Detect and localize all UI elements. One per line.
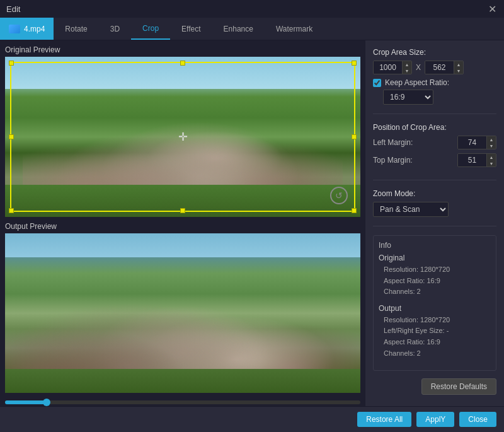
restore-defaults-button[interactable]: Restore Defaults bbox=[421, 378, 496, 395]
tab-bar: 4.mp4 Rotate 3D Crop Effect Enhance Wate… bbox=[0, 18, 504, 40]
crop-area-size-section: Crop Area Size: ▲ ▼ X ▲ ▼ bbox=[373, 48, 496, 105]
crop-height-up[interactable]: ▲ bbox=[454, 61, 463, 67]
file-tab[interactable]: 4.mp4 bbox=[0, 18, 54, 40]
file-tab-label: 4.mp4 bbox=[24, 25, 45, 33]
progress-bar[interactable] bbox=[5, 400, 360, 404]
progress-thumb bbox=[43, 399, 50, 406]
aspect-ratio-select[interactable]: 16:9 4:3 1:1 9:16 Custom bbox=[383, 90, 433, 105]
position-section: Position of Crop Area: Left Margin: ▲ ▼ … bbox=[373, 123, 496, 171]
top-margin-spinner[interactable]: ▲ ▼ bbox=[457, 153, 496, 167]
tab-enhance[interactable]: Enhance bbox=[212, 18, 265, 40]
divider-3 bbox=[373, 226, 496, 226]
info-original-group: Original Resolution: 1280*720 Aspect Rat… bbox=[379, 254, 491, 298]
position-label: Position of Crop Area: bbox=[373, 123, 496, 132]
left-margin-up[interactable]: ▲ bbox=[487, 136, 496, 143]
title-bar-title: Edit bbox=[6, 4, 20, 14]
left-margin-down[interactable]: ▼ bbox=[487, 143, 496, 149]
x-separator: X bbox=[416, 63, 421, 72]
info-output-resolution: Resolution: 1280*720 bbox=[379, 315, 491, 326]
crop-area-size-label: Crop Area Size: bbox=[373, 48, 496, 57]
info-original-aspect: Aspect Ratio: 16:9 bbox=[379, 276, 491, 287]
info-title: Info bbox=[379, 241, 491, 250]
restore-defaults-area: Restore Defaults bbox=[373, 378, 496, 395]
bottom-action-bar: Restore All ApplY Close bbox=[0, 406, 504, 432]
info-original-title: Original bbox=[379, 254, 491, 262]
info-output-title: Output bbox=[379, 304, 491, 313]
crop-width-input[interactable] bbox=[374, 61, 402, 74]
apply-button[interactable]: ApplY bbox=[416, 412, 454, 427]
output-preview-section: Output Preview bbox=[5, 222, 360, 394]
info-original-channels: Channels: 2 bbox=[379, 286, 491, 298]
tab-crop[interactable]: Crop bbox=[131, 18, 170, 40]
top-margin-up[interactable]: ▲ bbox=[487, 154, 496, 160]
left-panel: Original Preview bbox=[0, 40, 365, 432]
landscape-bg bbox=[5, 57, 360, 217]
info-output-aspect: Aspect Ratio: 16:9 bbox=[379, 337, 491, 348]
original-preview-section: Original Preview bbox=[5, 45, 360, 217]
divider-2 bbox=[373, 180, 496, 180]
divider-1 bbox=[373, 114, 496, 114]
original-preview-label: Original Preview bbox=[5, 45, 360, 54]
zoom-mode-label: Zoom Mode: bbox=[373, 189, 496, 198]
keep-aspect-ratio-checkbox[interactable] bbox=[373, 79, 381, 87]
left-margin-label: Left Margin: bbox=[373, 138, 413, 147]
info-output-channels: Channels: 2 bbox=[379, 348, 491, 359]
crop-width-up[interactable]: ▲ bbox=[403, 61, 411, 67]
output-preview-label: Output Preview bbox=[5, 222, 360, 231]
restore-all-button[interactable]: Restore All bbox=[357, 412, 411, 427]
window-close-button[interactable]: ✕ bbox=[486, 3, 498, 15]
tab-watermark[interactable]: Watermark bbox=[265, 18, 324, 40]
info-output-group: Output Resolution: 1280*720 Left/Right E… bbox=[379, 304, 491, 359]
main-content: Original Preview bbox=[0, 40, 504, 432]
crop-height-spinner[interactable]: ▲ ▼ bbox=[425, 61, 464, 74]
zoom-mode-select[interactable]: Pan & Scan Letter Box Full bbox=[373, 202, 449, 217]
output-landscape-bg bbox=[5, 233, 360, 394]
file-tab-icon bbox=[9, 25, 20, 33]
left-margin-input[interactable] bbox=[458, 136, 486, 149]
info-section: Info Original Resolution: 1280*720 Aspec… bbox=[373, 235, 496, 371]
top-margin-label: Top Margin: bbox=[373, 156, 413, 165]
tab-3d[interactable]: 3D bbox=[99, 18, 131, 40]
info-output-eye-size: Left/Right Eye Size: - bbox=[379, 325, 491, 337]
progress-fill bbox=[5, 400, 48, 404]
zoom-mode-section: Zoom Mode: Pan & Scan Letter Box Full bbox=[373, 189, 496, 217]
crop-width-down[interactable]: ▼ bbox=[403, 67, 411, 74]
tab-rotate[interactable]: Rotate bbox=[54, 18, 98, 40]
original-preview-image: ✛ ↺ bbox=[5, 57, 360, 217]
crop-height-input[interactable] bbox=[425, 61, 454, 74]
left-margin-spinner[interactable]: ▲ ▼ bbox=[457, 136, 496, 149]
tab-effect[interactable]: Effect bbox=[170, 18, 212, 40]
info-original-resolution: Resolution: 1280*720 bbox=[379, 264, 491, 276]
close-button[interactable]: Close bbox=[459, 412, 496, 427]
output-preview-image bbox=[5, 233, 360, 394]
right-panel: Crop Area Size: ▲ ▼ X ▲ ▼ bbox=[365, 40, 504, 432]
top-margin-input[interactable] bbox=[458, 154, 486, 166]
top-margin-down[interactable]: ▼ bbox=[487, 160, 496, 166]
title-bar: Edit ✕ bbox=[0, 0, 504, 18]
keep-aspect-ratio-label: Keep Aspect Ratio: bbox=[385, 78, 449, 87]
crop-height-down[interactable]: ▼ bbox=[454, 67, 463, 74]
crop-width-spinner[interactable]: ▲ ▼ bbox=[373, 61, 412, 74]
